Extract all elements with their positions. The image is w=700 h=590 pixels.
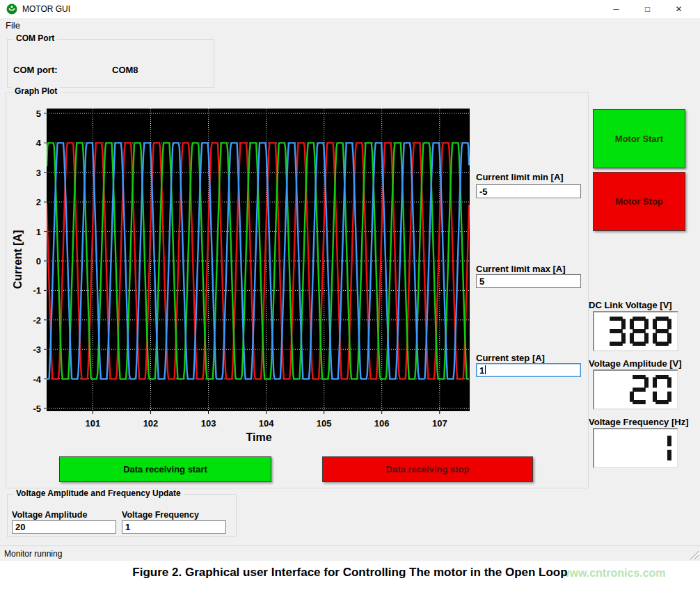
current-limit-max-label: Current limit max [A]: [476, 264, 566, 274]
voltage-amplitude-input[interactable]: [12, 520, 116, 534]
svg-text:4: 4: [36, 138, 42, 148]
caption-area: www.cntronics.com Figure 2. Graphical us…: [0, 561, 700, 590]
svg-text:102: 102: [143, 418, 159, 429]
status-bar: Monitor running: [0, 545, 700, 561]
text-caret: [485, 365, 486, 374]
voltage-amplitude-display: [593, 369, 678, 410]
com-port-value: COM8: [112, 65, 138, 75]
svg-text:-1: -1: [33, 285, 41, 296]
voltage-amplitude-display-label: Voltage Amplitude [V]: [589, 358, 682, 369]
svg-text:-4: -4: [33, 374, 41, 385]
menu-bar: File: [0, 18, 700, 33]
current-limit-min-label: Current limit min [A]: [476, 172, 564, 182]
minimize-button[interactable]: ─: [600, 0, 632, 18]
maximize-button[interactable]: □: [632, 0, 663, 18]
status-text: Monitor running: [4, 549, 62, 559]
svg-text:3: 3: [36, 168, 41, 178]
com-port-group-title: COM Port: [13, 33, 57, 43]
resize-grip[interactable]: [689, 550, 699, 559]
title-bar: MOTOR GUI ─ □ ✕: [0, 0, 700, 18]
window-controls: ─ □ ✕: [600, 0, 694, 18]
svg-text:101: 101: [86, 418, 101, 429]
motor-stop-button[interactable]: Motor Stop: [593, 172, 685, 231]
voltage-frequency-display-label: Voltage Frequency [Hz]: [589, 417, 689, 427]
figure-caption: Figure 2. Graphical user Interface for C…: [0, 566, 700, 580]
svg-text:104: 104: [259, 418, 274, 429]
svg-text:2: 2: [36, 197, 41, 207]
voltage-amplitude-label: Voltage Amplitude: [12, 510, 87, 520]
voltage-frequency-input[interactable]: [122, 520, 226, 534]
motor-start-button[interactable]: Motor Start: [593, 109, 685, 168]
svg-text:106: 106: [374, 418, 390, 429]
app-icon: [6, 3, 17, 15]
svg-text:107: 107: [432, 418, 447, 429]
dc-link-voltage-label: DC Link Voltage [V]: [589, 300, 672, 310]
app-root: MOTOR GUI ─ □ ✕ File COM Port COM port: …: [0, 0, 700, 590]
close-button[interactable]: ✕: [663, 0, 694, 18]
current-limit-min-input[interactable]: [476, 184, 581, 198]
svg-text:103: 103: [201, 418, 216, 429]
svg-text:-5: -5: [33, 404, 41, 414]
voltage-update-group-title: Voltage Amplitude and Frequency Update: [13, 488, 184, 498]
voltage-frequency-label: Voltage Frequency: [122, 510, 199, 520]
voltage-update-group: Voltage Amplitude and Frequency Update V…: [7, 494, 237, 537]
dc-link-voltage-display: [593, 311, 678, 351]
voltage-frequency-display: [593, 428, 678, 468]
menu-file[interactable]: File: [0, 18, 26, 33]
svg-text:5: 5: [36, 109, 41, 119]
svg-text:0: 0: [36, 256, 41, 266]
x-axis-label: Time: [237, 431, 280, 444]
data-receiving-stop-button[interactable]: Data receiving stop: [322, 456, 533, 482]
svg-text:105: 105: [317, 418, 332, 429]
com-port-label: COM port:: [13, 65, 58, 75]
current-step-input[interactable]: [476, 363, 581, 377]
current-step-label: Current step [A]: [476, 353, 545, 363]
data-receiving-start-button[interactable]: Data receiving start: [59, 456, 271, 482]
current-limit-max-input[interactable]: [476, 274, 581, 288]
svg-text:1: 1: [36, 227, 41, 237]
svg-text:-3: -3: [33, 344, 41, 355]
svg-text:-2: -2: [33, 315, 41, 326]
window-title: MOTOR GUI: [22, 4, 70, 14]
y-axis-label: Current [A]: [12, 230, 24, 289]
graph-plot-group-title: Graph Plot: [12, 86, 60, 96]
current-waveform-chart: 101102103104105106107543210-1-2-3-4-5: [21, 102, 477, 436]
motor-gui-window: MOTOR GUI ─ □ ✕ File COM Port COM port: …: [0, 0, 700, 561]
current-step-field: [476, 363, 581, 377]
com-port-group: COM Port COM port: COM8: [7, 39, 214, 88]
